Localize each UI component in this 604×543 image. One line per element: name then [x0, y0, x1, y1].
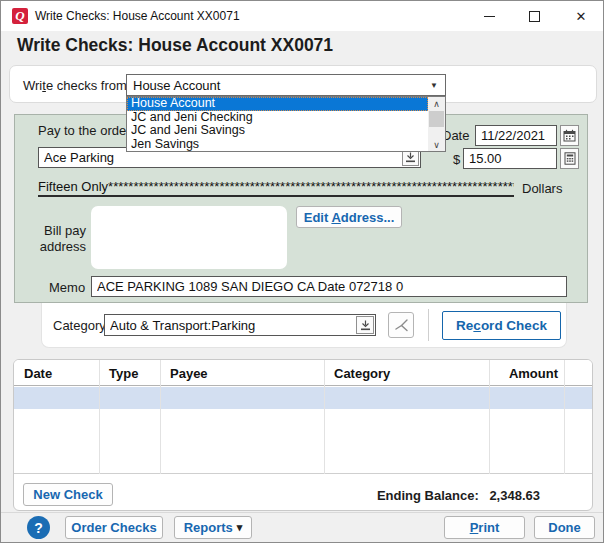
dropdown-option-house-account[interactable]: House Account — [127, 97, 428, 111]
bill-pay-address-textarea[interactable] — [91, 206, 287, 269]
memo-label: Memo — [49, 280, 85, 295]
column-divider — [99, 360, 100, 474]
bill-pay-address-label: Bill payaddress — [26, 223, 86, 255]
maximize-icon — [529, 11, 540, 22]
date-label: Date — [442, 128, 469, 143]
scrollbar-thumb[interactable] — [429, 111, 444, 127]
dropdown-option-jen-savings[interactable]: Jen Savings — [127, 138, 428, 152]
done-button[interactable]: Done — [534, 516, 595, 539]
chevron-down-icon: ▼ — [423, 81, 445, 90]
print-button[interactable]: Print — [444, 516, 525, 539]
category-input[interactable] — [105, 318, 356, 333]
amount-symbol: $ — [453, 152, 460, 167]
close-button[interactable]: ✕ — [567, 1, 595, 31]
category-combobox[interactable] — [104, 314, 376, 336]
order-checks-button[interactable]: Order Checks — [65, 516, 163, 539]
scroll-up-icon[interactable]: ∧ — [428, 97, 445, 110]
memo-input[interactable] — [92, 279, 566, 294]
calculator-icon — [564, 152, 576, 165]
column-divider — [324, 360, 325, 474]
payee-input[interactable] — [39, 150, 402, 165]
column-header-type[interactable]: Type — [109, 360, 138, 386]
amount-in-words: Fifteen Only****************************… — [38, 179, 514, 197]
category-divider — [428, 309, 429, 341]
dropdown-option-jc-and-jeni-checking[interactable]: JC and Jeni Checking — [127, 111, 428, 125]
table-row[interactable] — [14, 409, 592, 474]
ending-balance: Ending Balance: 2,348.63 — [314, 488, 540, 503]
window-title: Write Checks: House Account XX0071 — [35, 9, 240, 23]
write-checks-from-label: Write checks from: — [23, 78, 130, 93]
column-header-amount[interactable]: Amount — [394, 360, 558, 386]
split-icon — [393, 317, 409, 333]
dropdown-scrollbar[interactable]: ∧ ∨ — [428, 97, 445, 151]
reports-button[interactable]: Reports ▾ — [174, 516, 252, 539]
dollars-label: Dollars — [522, 181, 562, 196]
category-label: Category — [53, 318, 106, 333]
ending-balance-value: 2,348.63 — [489, 488, 540, 503]
edit-address-button[interactable]: Edit Address... — [296, 206, 402, 228]
account-dropdown-list: House Account JC and Jeni Checking JC an… — [126, 96, 446, 152]
record-check-button[interactable]: Record Check — [442, 311, 561, 340]
open-list-icon — [360, 320, 371, 331]
help-button[interactable]: ? — [27, 516, 50, 539]
minimize-icon — [484, 16, 495, 17]
column-divider — [489, 360, 490, 474]
calendar-icon — [563, 129, 576, 142]
account-combobox[interactable]: House Account ▼ — [126, 74, 446, 96]
column-divider — [564, 360, 565, 474]
split-transaction-button[interactable] — [388, 312, 414, 338]
amount-field[interactable] — [463, 148, 557, 169]
account-combobox-value: House Account — [127, 78, 423, 93]
new-check-button[interactable]: New Check — [23, 483, 113, 506]
dropdown-option-jc-and-jeni-savings[interactable]: JC and Jeni Savings — [127, 124, 428, 138]
column-header-category[interactable]: Category — [334, 360, 390, 386]
memo-field[interactable] — [91, 276, 567, 297]
minimize-button[interactable] — [475, 1, 503, 31]
maximize-button[interactable] — [520, 1, 548, 31]
table-row-selected[interactable] — [14, 387, 592, 409]
dropdown-arrow-icon: ▾ — [237, 521, 243, 534]
open-list-icon — [405, 152, 416, 163]
column-divider — [160, 360, 161, 474]
bottom-divider — [1, 512, 603, 513]
checks-table-panel: Date Type Payee Category Amount New Chec… — [13, 359, 593, 511]
calendar-button[interactable] — [560, 125, 579, 146]
titlebar: Q Write Checks: House Account XX0071 ✕ — [1, 1, 603, 31]
write-checks-window: Q Write Checks: House Account XX0071 ✕ W… — [0, 0, 604, 543]
ending-balance-label: Ending Balance: — [377, 488, 479, 503]
category-list-button[interactable] — [356, 316, 374, 334]
scroll-down-icon[interactable]: ∨ — [428, 138, 445, 151]
page-title: Write Checks: House Account XX0071 — [17, 35, 333, 56]
column-header-payee[interactable]: Payee — [170, 360, 208, 386]
date-input[interactable] — [476, 128, 556, 143]
column-header-date[interactable]: Date — [24, 360, 52, 386]
quicken-logo-icon: Q — [12, 8, 28, 24]
calculator-button[interactable] — [560, 148, 579, 169]
amount-input[interactable] — [464, 151, 556, 166]
date-field[interactable] — [475, 125, 557, 146]
